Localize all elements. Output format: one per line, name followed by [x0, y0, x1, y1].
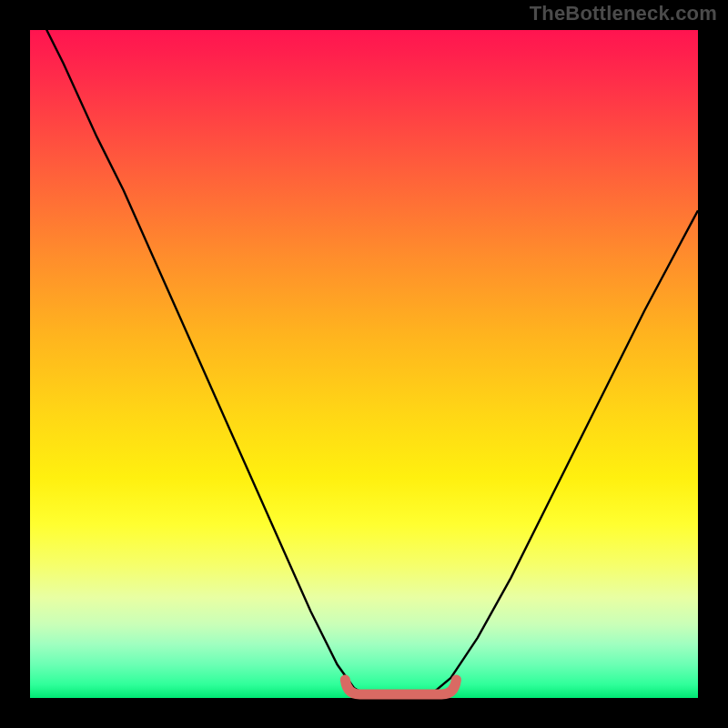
curve-svg — [30, 30, 698, 698]
watermark-text: TheBottleneck.com — [530, 2, 717, 25]
chart-frame: TheBottleneck.com — [0, 0, 728, 728]
bottleneck-curve-path — [30, 0, 698, 698]
plot-area — [30, 30, 698, 698]
